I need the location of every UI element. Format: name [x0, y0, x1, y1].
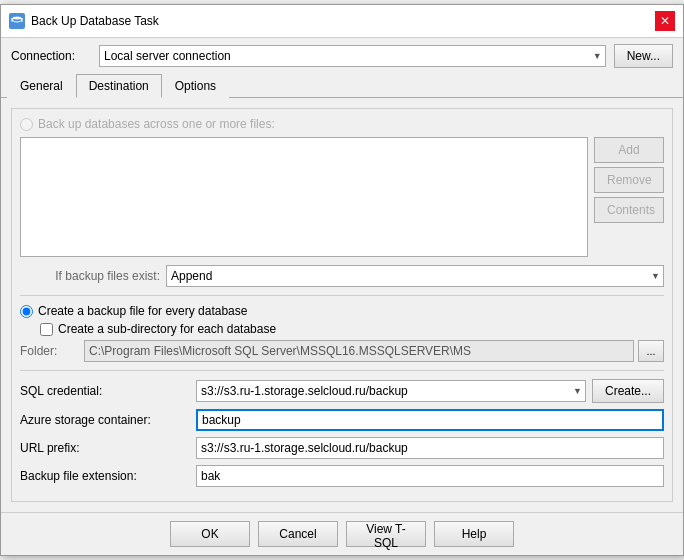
remove-button[interactable]: Remove [594, 167, 664, 193]
sql-credential-label: SQL credential: [20, 384, 190, 398]
db-icon [9, 13, 25, 29]
create-subdir-label: Create a sub-directory for each database [58, 322, 276, 336]
backup-files-radio[interactable] [20, 118, 33, 131]
dialog-window: Back Up Database Task ✕ Connection: Loca… [0, 4, 684, 556]
backup-files-radio-label[interactable]: Back up databases across one or more fil… [20, 117, 275, 131]
tab-general[interactable]: General [7, 74, 76, 98]
destination-tab-content: Back up databases across one or more fil… [1, 98, 683, 512]
backup-extension-input[interactable] [196, 465, 664, 487]
connection-select-wrapper: Local server connection [99, 45, 606, 67]
contents-button[interactable]: Contents [594, 197, 664, 223]
connection-row: Connection: Local server connection New.… [1, 38, 683, 74]
create-credential-button[interactable]: Create... [592, 379, 664, 403]
url-prefix-input[interactable] [196, 437, 664, 459]
files-listbox[interactable] [20, 137, 588, 257]
backup-extension-label: Backup file extension: [20, 469, 190, 483]
view-tsql-button[interactable]: View T-SQL [346, 521, 426, 547]
cancel-button[interactable]: Cancel [258, 521, 338, 547]
footer-bar: OK Cancel View T-SQL Help [1, 512, 683, 555]
create-backup-radio[interactable] [20, 305, 33, 318]
separator1 [20, 295, 664, 296]
connection-select[interactable]: Local server connection [99, 45, 606, 67]
create-subdir-checkbox[interactable] [40, 323, 53, 336]
azure-container-input[interactable] [196, 409, 664, 431]
folder-browse-button[interactable]: ... [638, 340, 664, 362]
if-backup-select[interactable]: Append [166, 265, 664, 287]
create-backup-label: Create a backup file for every database [38, 304, 247, 318]
folder-label: Folder: [20, 344, 80, 358]
url-prefix-label: URL prefix: [20, 441, 190, 455]
svg-point-0 [12, 16, 22, 20]
help-button[interactable]: Help [434, 521, 514, 547]
ok-button[interactable]: OK [170, 521, 250, 547]
dialog-title: Back Up Database Task [31, 14, 159, 28]
create-backup-radio-row: Create a backup file for every database [20, 304, 664, 318]
tab-options[interactable]: Options [162, 74, 229, 98]
url-prefix-row: URL prefix: [20, 437, 664, 459]
add-button[interactable]: Add [594, 137, 664, 163]
backup-files-label: Back up databases across one or more fil… [38, 117, 275, 131]
sql-credential-row: SQL credential: s3://s3.ru-1.storage.sel… [20, 379, 664, 403]
sql-credential-select-wrapper: s3://s3.ru-1.storage.selcloud.ru/backup [196, 380, 586, 402]
files-area: Add Remove Contents [20, 137, 664, 257]
destination-inner: Back up databases across one or more fil… [11, 108, 673, 502]
tab-destination[interactable]: Destination [76, 74, 162, 98]
sql-credential-select[interactable]: s3://s3.ru-1.storage.selcloud.ru/backup [196, 380, 586, 402]
azure-container-row: Azure storage container: [20, 409, 664, 431]
title-bar-left: Back Up Database Task [9, 13, 159, 29]
if-backup-select-wrapper: Append [166, 265, 664, 287]
create-subdir-checkbox-row: Create a sub-directory for each database [20, 322, 664, 336]
folder-input[interactable] [84, 340, 634, 362]
close-button[interactable]: ✕ [655, 11, 675, 31]
backup-files-radio-row: Back up databases across one or more fil… [20, 117, 664, 131]
separator2 [20, 370, 664, 371]
azure-container-label: Azure storage container: [20, 413, 190, 427]
files-buttons: Add Remove Contents [594, 137, 664, 257]
new-connection-button[interactable]: New... [614, 44, 673, 68]
backup-extension-row: Backup file extension: [20, 465, 664, 487]
title-bar: Back Up Database Task ✕ [1, 5, 683, 38]
connection-label: Connection: [11, 49, 91, 63]
folder-row: Folder: ... [20, 340, 664, 362]
if-backup-label: If backup files exist: [20, 269, 160, 283]
if-backup-row: If backup files exist: Append [20, 265, 664, 287]
tabs-bar: General Destination Options [1, 74, 683, 98]
